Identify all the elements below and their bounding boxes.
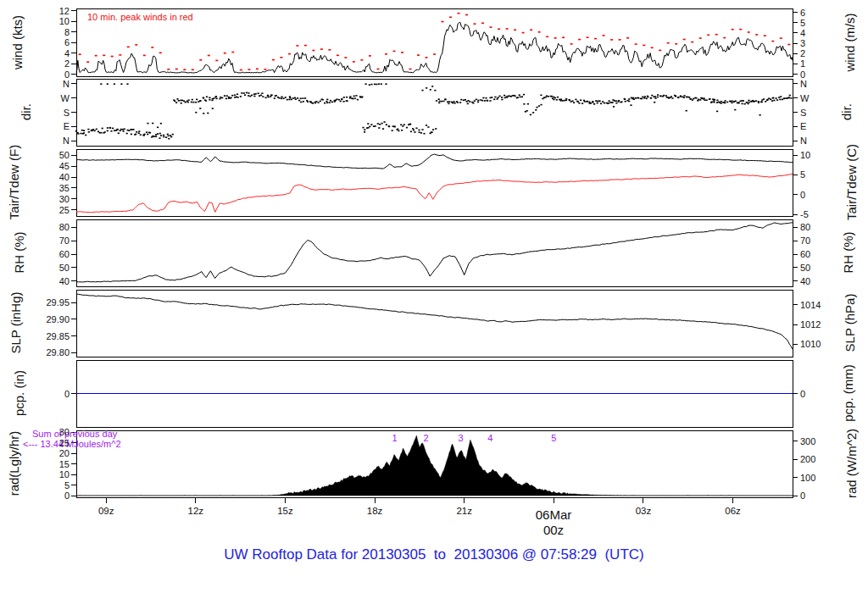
- wind-peak-dot: [635, 43, 637, 45]
- dir-dot: [489, 100, 491, 102]
- dir-dot: [647, 97, 648, 98]
- dir-dot: [520, 97, 521, 98]
- dir-dot: [697, 100, 698, 102]
- dir-dot: [409, 124, 411, 125]
- x-tick-label: 03z: [622, 506, 665, 517]
- dir-dot: [593, 103, 595, 105]
- dir-dot: [403, 124, 405, 125]
- dir-dot: [149, 132, 151, 134]
- y-tick-label: N: [800, 136, 834, 146]
- dir-dot: [415, 128, 417, 130]
- dir-dot: [476, 99, 477, 101]
- dir-dot: [181, 103, 182, 104]
- wind-peak-dot: [562, 37, 565, 39]
- dir-dot: [107, 127, 108, 129]
- dir-dot: [346, 97, 348, 98]
- axis-title-temp-c: Tair/Tdew (C): [844, 144, 859, 220]
- dir-dot: [421, 90, 423, 91]
- dir-dot: [546, 96, 548, 97]
- dir-dot: [787, 97, 788, 99]
- dir-dot: [784, 97, 786, 99]
- dir-dot: [430, 89, 431, 91]
- dir-dot: [81, 130, 83, 131]
- dir-dot: [557, 97, 559, 98]
- dir-dot: [187, 102, 189, 103]
- dir-dot: [643, 97, 645, 99]
- dir-dot: [419, 131, 420, 133]
- axis-title-rh-right: RH (%): [841, 231, 855, 273]
- dir-dot: [107, 130, 108, 132]
- x-tick-label: 15z: [264, 506, 306, 517]
- dir-dot: [680, 96, 682, 97]
- wind-peak-dot: [103, 55, 105, 57]
- dir-dot: [152, 123, 153, 125]
- dir-dot: [517, 97, 519, 98]
- dir-dot: [385, 83, 387, 85]
- wind-peak-dot: [554, 37, 557, 39]
- dir-dot: [144, 134, 146, 136]
- dir-dot: [494, 97, 496, 98]
- dir-dot: [199, 108, 201, 109]
- dir-dot: [234, 95, 236, 97]
- dir-dot: [292, 97, 294, 99]
- dir-dot: [303, 101, 304, 103]
- y-tick-label: 50: [800, 263, 834, 273]
- wind-peak-dot: [587, 36, 589, 38]
- y-tick-label: N: [800, 79, 834, 89]
- y-tick-label: 80: [32, 222, 70, 232]
- dir-dot: [314, 103, 316, 104]
- y-tick-label: 50: [32, 150, 70, 160]
- dir-dot: [262, 96, 264, 97]
- dir-dot: [560, 100, 562, 102]
- dir-dot: [294, 97, 296, 99]
- dir-dot: [261, 92, 263, 94]
- dir-dot: [438, 103, 440, 104]
- dir-dot: [448, 101, 450, 103]
- dir-dot: [126, 133, 128, 135]
- dir-dot: [326, 103, 328, 104]
- dir-dot: [155, 136, 157, 137]
- y-tick-label: 1012: [800, 319, 834, 330]
- dir-dot: [577, 101, 579, 103]
- dir-dot: [618, 100, 620, 102]
- y-tick-label: -5: [800, 209, 834, 219]
- y-tick-label: S: [800, 108, 834, 118]
- y-tick-label: 30: [32, 427, 70, 437]
- axis-title-slp-hpa: SLP (hPa): [843, 294, 857, 352]
- dir-dot: [307, 101, 309, 103]
- dir-dot: [466, 101, 468, 103]
- dir-dot: [394, 126, 396, 128]
- y-tick-label: 3: [800, 38, 834, 48]
- dir-dot: [482, 97, 484, 99]
- dir-dot: [378, 127, 380, 129]
- dir-dot: [695, 97, 697, 99]
- dir-dot: [569, 100, 570, 102]
- dir-dot: [192, 99, 193, 101]
- dir-dot: [369, 84, 370, 86]
- dir-dot: [654, 97, 656, 99]
- dir-dot: [185, 102, 186, 103]
- dir-dot: [426, 125, 427, 126]
- dir-dot: [646, 98, 648, 100]
- wind-peak-dot: [691, 42, 693, 43]
- dir-dot: [209, 97, 210, 99]
- wind-peak-dot: [240, 69, 242, 71]
- dir-dot: [215, 96, 217, 97]
- dir-dot: [102, 128, 103, 130]
- dir-dot: [300, 102, 302, 103]
- dir-dot: [246, 92, 248, 94]
- wind-peak-dot: [264, 69, 266, 70]
- dir-dot: [683, 95, 685, 97]
- dir-dot: [713, 100, 715, 102]
- wind-peak-dot: [530, 30, 532, 31]
- dir-dot: [128, 130, 130, 131]
- dir-dot: [270, 95, 272, 97]
- wind-peak-dot: [739, 29, 742, 30]
- y-tick-label: E: [800, 121, 834, 131]
- dir-dot: [436, 100, 437, 102]
- dir-dot: [241, 92, 242, 94]
- dir-dot: [472, 103, 474, 104]
- wind-peak-dot: [764, 35, 766, 36]
- dir-dot: [75, 130, 77, 132]
- axis-title-pcp-in: pcp. (in): [12, 370, 26, 416]
